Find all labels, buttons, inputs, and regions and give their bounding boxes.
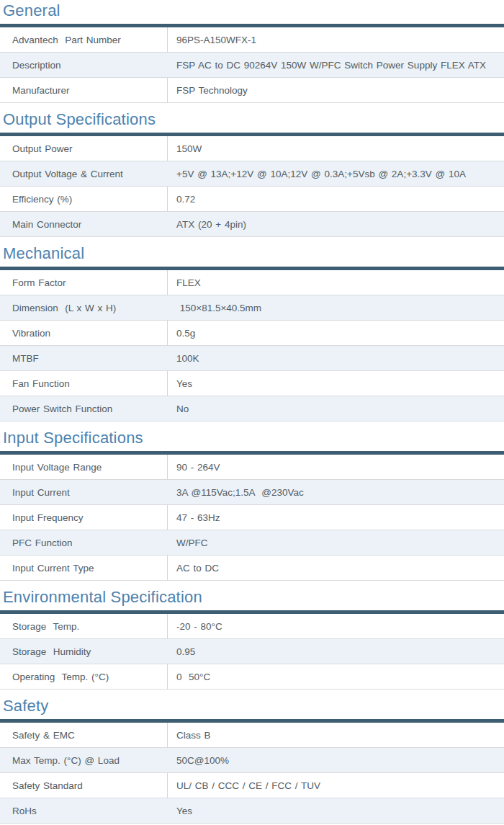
spec-value: -20 - 80°C [168, 614, 504, 638]
spec-row: Input Current 3A @115Vac;1.5A @230Vac [0, 480, 504, 505]
spec-label: Input Current [0, 480, 168, 504]
spec-value: AC to DC [168, 556, 504, 580]
spec-value: UL/ CB / CCC / CE / FCC / TUV [168, 773, 504, 798]
spec-label: Fan Function [0, 371, 168, 396]
spec-value: 150×81.5×40.5mm [168, 295, 504, 320]
section-environmental-specification: Environmental Specification Storage Temp… [0, 588, 504, 690]
spec-label: Description [0, 53, 168, 77]
spec-value: FLEX [168, 270, 504, 295]
spec-value: FSP Technology [168, 78, 504, 102]
spec-row: Safety & EMC Class B [0, 723, 504, 748]
spec-row: Description FSP AC to DC 90264V 150W W/P… [0, 53, 504, 78]
spec-value: 0.95 [168, 639, 504, 664]
spec-label: Power Switch Function [0, 396, 168, 421]
spec-table: Output Power 150W Output Voltage & Curre… [0, 136, 504, 237]
spec-value: Yes [168, 371, 504, 396]
spec-row: Fan Function Yes [0, 371, 504, 396]
section-output-specifications: Output Specifications Output Power 150W … [0, 110, 504, 237]
spec-row: Output Voltage & Current +5V @ 13A;+12V … [0, 161, 504, 187]
section-heading: Environmental Specification [3, 588, 504, 607]
spec-value: Yes [168, 798, 504, 823]
spec-value: 0.5g [168, 321, 504, 345]
spec-row: Storage Temp. -20 - 80°C [0, 614, 504, 639]
section-heading: Mechanical [3, 244, 504, 263]
spec-label: Output Power [0, 136, 168, 161]
spec-row: Operating Temp. (°C) 0 50°C [0, 664, 504, 690]
spec-value: 96PS-A150WFX-1 [168, 27, 504, 52]
spec-value: ATX (20 + 4pin) [168, 212, 504, 236]
spec-value: No [168, 396, 504, 421]
spec-label: Advantech Part Number [0, 27, 168, 52]
section-heading: Output Specifications [3, 110, 504, 129]
section-input-specifications: Input Specifications Input Voltage Range… [0, 429, 504, 581]
spec-row: Power Switch Function No [0, 396, 504, 422]
spec-label: Storage Temp. [0, 614, 168, 638]
spec-label: Input Current Type [0, 556, 168, 580]
spec-value: Class B [168, 723, 504, 747]
spec-label: Safety & EMC [0, 723, 168, 747]
spec-table: Storage Temp. -20 - 80°C Storage Humidit… [0, 614, 504, 690]
spec-label: Vibration [0, 321, 168, 345]
spec-value: 47 - 63Hz [168, 505, 504, 530]
spec-row: Storage Humidity 0.95 [0, 639, 504, 664]
section-heading: General [3, 1, 504, 20]
spec-label: Input Frequency [0, 505, 168, 530]
spec-table: Input Voltage Range 90 - 264V Input Curr… [0, 455, 504, 581]
spec-label: Form Factor [0, 270, 168, 295]
spec-value: 150W [168, 136, 504, 161]
section-safety: Safety Safety & EMC Class B Max Temp. (°… [0, 697, 504, 824]
spec-label: MTBF [0, 346, 168, 370]
spec-row: PFC Function W/PFC [0, 530, 504, 556]
section-heading: Input Specifications [3, 429, 504, 447]
spec-row: Main Connector ATX (20 + 4pin) [0, 212, 504, 237]
spec-row: Manufacturer FSP Technology [0, 78, 504, 103]
spec-row: RoHs Yes [0, 798, 504, 824]
spec-label: Output Voltage & Current [0, 161, 168, 186]
section-heading: Safety [3, 697, 504, 715]
spec-label: Operating Temp. (°C) [0, 664, 168, 689]
spec-row: Dimension (L x W x H) 150×81.5×40.5mm [0, 295, 504, 321]
spec-value: FSP AC to DC 90264V 150W W/PFC Switch Po… [168, 53, 504, 77]
spec-row: Input Voltage Range 90 - 264V [0, 455, 504, 480]
spec-row: Form Factor FLEX [0, 270, 504, 295]
spec-value: 0 50°C [168, 664, 504, 689]
spec-value: 3A @115Vac;1.5A @230Vac [168, 480, 504, 504]
spec-value: W/PFC [168, 530, 504, 555]
spec-table: Safety & EMC Class B Max Temp. (°C) @ Lo… [0, 723, 504, 824]
spec-label: RoHs [0, 798, 168, 823]
spec-label: Input Voltage Range [0, 455, 168, 479]
spec-row: Efficiency (%) 0.72 [0, 187, 504, 212]
spec-value: 50C@100% [168, 748, 504, 772]
spec-label: Manufacturer [0, 78, 168, 102]
spec-label: Main Connector [0, 212, 168, 236]
spec-label: Storage Humidity [0, 639, 168, 664]
spec-label: Efficiency (%) [0, 187, 168, 211]
spec-row: Max Temp. (°C) @ Load 50C@100% [0, 748, 504, 773]
spec-row: Input Current Type AC to DC [0, 556, 504, 581]
spec-value: +5V @ 13A;+12V @ 10A;12V @ 0.3A;+5Vsb @ … [168, 161, 504, 186]
section-mechanical: Mechanical Form Factor FLEX Dimension (L… [0, 244, 504, 422]
spec-row: Input Frequency 47 - 63Hz [0, 505, 504, 530]
spec-row: Advantech Part Number 96PS-A150WFX-1 [0, 27, 504, 53]
spec-table: Form Factor FLEX Dimension (L x W x H) 1… [0, 270, 504, 422]
spec-label: Safety Standard [0, 773, 168, 798]
spec-value: 100K [168, 346, 504, 370]
spec-row: Vibration 0.5g [0, 321, 504, 346]
spec-value: 90 - 264V [168, 455, 504, 479]
spec-label: Dimension (L x W x H) [0, 295, 168, 320]
spec-row: Output Power 150W [0, 136, 504, 161]
spec-row: MTBF 100K [0, 346, 504, 371]
spec-label: PFC Function [0, 530, 168, 555]
spec-label: Max Temp. (°C) @ Load [0, 748, 168, 772]
spec-value: 0.72 [168, 187, 504, 211]
spec-page: General Advantech Part Number 96PS-A150W… [0, 0, 504, 825]
section-general: General Advantech Part Number 96PS-A150W… [0, 1, 504, 103]
spec-table: Advantech Part Number 96PS-A150WFX-1 Des… [0, 27, 504, 103]
spec-row: Safety Standard UL/ CB / CCC / CE / FCC … [0, 773, 504, 798]
